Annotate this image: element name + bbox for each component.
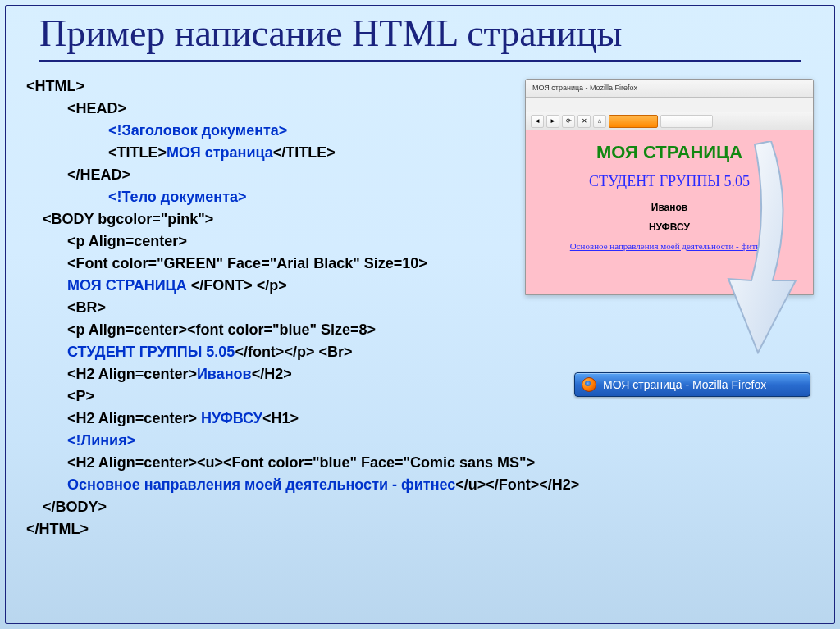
code-text: НУФВСУ bbox=[201, 410, 262, 426]
browser-menubar bbox=[526, 98, 813, 112]
nav-home-icon[interactable]: ⌂ bbox=[593, 115, 606, 128]
content-area: <HTML> <HEAD> <!Заголовок документа> <TI… bbox=[26, 75, 814, 613]
code-line: <H1> bbox=[262, 410, 299, 426]
code-line: <HEAD> bbox=[26, 100, 126, 116]
preview-org: НУФВСУ bbox=[529, 221, 810, 233]
code-line: <H2 Align=center> bbox=[26, 410, 201, 426]
nav-reload-icon[interactable]: ⟳ bbox=[562, 115, 575, 128]
nav-stop-icon[interactable]: ✕ bbox=[578, 115, 591, 128]
code-line: <p Align=center><font color="blue" Size=… bbox=[26, 321, 376, 338]
preview-subtitle: СТУДЕНТ ГРУППЫ 5.05 bbox=[529, 173, 810, 190]
toolbar-button[interactable] bbox=[660, 115, 713, 128]
code-line: </HTML> bbox=[26, 521, 89, 537]
code-text: Основное направления моей деятельности -… bbox=[67, 476, 455, 493]
code-text: Иванов bbox=[197, 366, 252, 382]
code-line: </TITLE> bbox=[273, 144, 336, 161]
toolbar-button[interactable] bbox=[609, 115, 658, 128]
code-line: </H2> bbox=[252, 366, 292, 382]
firefox-icon bbox=[582, 377, 596, 392]
browser-toolbar: ◄ ► ⟳ ✕ ⌂ bbox=[526, 112, 813, 130]
code-line: <P> bbox=[26, 388, 94, 404]
code-text: МОЯ СТРАНИЦА bbox=[67, 277, 191, 294]
preview-heading: МОЯ СТРАНИЦА bbox=[529, 142, 810, 163]
nav-forward-icon[interactable]: ► bbox=[546, 115, 559, 128]
browser-window-title: МОЯ страница - Mozilla Firefox bbox=[532, 84, 637, 92]
code-comment: <!Линия> bbox=[26, 432, 135, 449]
code-line: <H2 Align=center><u><Font color="blue" F… bbox=[26, 454, 535, 471]
code-text: МОЯ страница bbox=[167, 144, 273, 161]
code-line: <TITLE> bbox=[26, 144, 167, 161]
code-comment: <!Тело документа> bbox=[26, 189, 247, 205]
code-text: СТУДЕНТ ГРУППЫ 5.05 bbox=[67, 344, 235, 360]
rendered-page: МОЯ СТРАНИЦА СТУДЕНТ ГРУППЫ 5.05 Иванов … bbox=[526, 130, 813, 294]
code-comment: <!Заголовок документа> bbox=[26, 122, 287, 139]
preview-link: Основное направления моей деятельности -… bbox=[529, 241, 810, 251]
code-line: <BR> bbox=[26, 299, 106, 316]
browser-titlebar: МОЯ страница - Mozilla Firefox bbox=[526, 80, 813, 98]
code-line: </u></Font></H2> bbox=[455, 476, 579, 493]
taskbar-label: МОЯ страница - Mozilla Firefox bbox=[603, 378, 766, 391]
code-line: </FONT> </p> bbox=[191, 277, 287, 294]
code-line: <HTML> bbox=[26, 78, 84, 94]
code-line: <BODY bgcolor="pink"> bbox=[26, 211, 213, 227]
code-line bbox=[26, 277, 67, 294]
browser-preview-window: МОЯ страница - Mozilla Firefox ◄ ► ⟳ ✕ ⌂… bbox=[525, 79, 814, 295]
preview-name: Иванов bbox=[529, 202, 810, 213]
taskbar-button[interactable]: МОЯ страница - Mozilla Firefox bbox=[574, 372, 810, 397]
code-line: <H2 Align=center> bbox=[26, 366, 197, 382]
code-line: </font></p> <Br> bbox=[235, 344, 352, 360]
code-line: <Font color="GREEN" Face="Arial Black" S… bbox=[26, 255, 427, 271]
code-line: </BODY> bbox=[26, 499, 107, 515]
code-line bbox=[26, 476, 67, 493]
code-line: <p Align=center> bbox=[26, 233, 187, 249]
code-line bbox=[26, 344, 67, 360]
nav-back-icon[interactable]: ◄ bbox=[531, 115, 544, 128]
code-line: </HEAD> bbox=[26, 166, 130, 183]
